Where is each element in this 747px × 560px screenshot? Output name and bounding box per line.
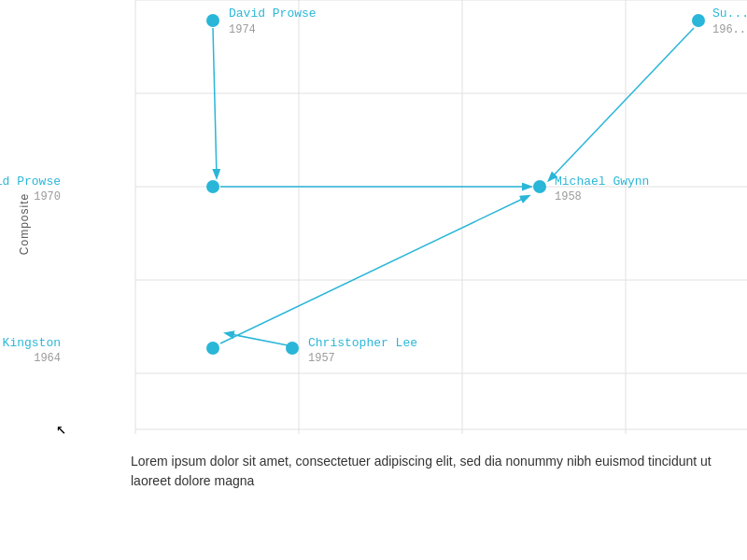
text-area: Lorem ipsum dolor sit amet, consectetuer… [0, 439, 747, 560]
chart-area: Composite David Prowse 1974 Su... 196...… [0, 0, 747, 439]
year-david-prowse-1974: 1974 [229, 23, 256, 36]
label-kiwi-kingston-1964: Kiwi Kingston [0, 336, 61, 350]
point-kiwi-kingston-1964[interactable] [206, 342, 219, 355]
year-david-prowse-1970: 1970 [34, 190, 61, 203]
point-susan-1966[interactable] [692, 14, 705, 27]
chart-svg: Composite David Prowse 1974 Su... 196...… [0, 0, 747, 439]
svg-line-15 [226, 333, 288, 345]
year-kiwi-kingston-1964: 1964 [34, 352, 61, 365]
point-david-prowse-1970[interactable] [206, 180, 219, 193]
label-david-prowse-1970: David Prowse [0, 175, 61, 189]
point-david-prowse-1974[interactable] [206, 14, 219, 27]
svg-text:Composite: Composite [18, 193, 31, 255]
year-susan-1966: 196... [712, 23, 747, 36]
svg-line-11 [213, 28, 217, 177]
point-michael-gwynn-1958[interactable] [533, 180, 546, 193]
label-christopher-lee-1957: Christopher Lee [308, 336, 417, 350]
point-christopher-lee-1957[interactable] [286, 342, 299, 355]
label-susan-1966: Su... [712, 7, 747, 21]
label-david-prowse-1974: David Prowse [229, 7, 317, 21]
year-michael-gwynn-1958: 1958 [555, 190, 582, 203]
year-christopher-lee-1957: 1957 [308, 352, 335, 365]
svg-line-12 [549, 28, 694, 180]
lorem-ipsum-text: Lorem ipsum dolor sit amet, consectetuer… [131, 452, 728, 491]
svg-line-14 [220, 196, 529, 343]
label-michael-gwynn-1958: Michael Gwynn [555, 175, 649, 189]
